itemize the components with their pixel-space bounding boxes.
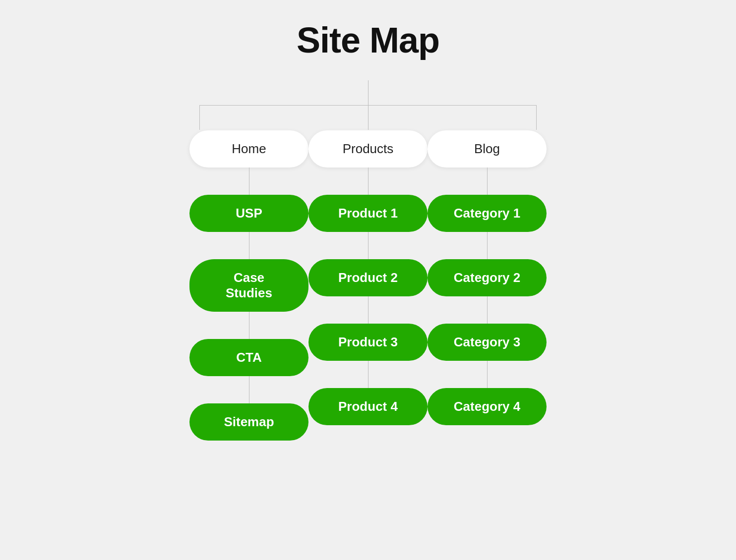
products-root-node[interactable]: Products bbox=[308, 130, 428, 168]
home-connector-2 bbox=[249, 232, 249, 259]
products-connector-4 bbox=[368, 361, 368, 388]
column-blog: Blog Category 1 Category 2 Category 3 bbox=[428, 130, 547, 441]
blog-child-2[interactable]: Category 2 bbox=[428, 259, 547, 296]
products-connector-2 bbox=[368, 232, 368, 259]
blog-connector-2 bbox=[487, 232, 488, 259]
blog-child-4[interactable]: Category 4 bbox=[428, 388, 547, 425]
products-connector-3 bbox=[368, 296, 368, 324]
products-child-1[interactable]: Product 1 bbox=[308, 195, 428, 232]
blog-connector-1 bbox=[487, 168, 488, 195]
blog-connector-4 bbox=[487, 361, 488, 388]
sitemap-container: Site Map Home bbox=[70, 20, 666, 441]
products-child-4[interactable]: Product 4 bbox=[308, 388, 428, 425]
root-top-line bbox=[368, 80, 368, 105]
sitemap-tree: Home USP Case Studies CTA bbox=[70, 80, 666, 441]
columns-row: Home USP Case Studies CTA bbox=[199, 130, 537, 441]
blog-connector-3 bbox=[487, 296, 488, 324]
page-title: Site Map bbox=[70, 20, 666, 60]
column-products: Products Product 1 Product 2 Product 3 bbox=[308, 130, 428, 441]
home-child-3[interactable]: CTA bbox=[189, 339, 308, 376]
products-child-3[interactable]: Product 3 bbox=[308, 324, 428, 361]
home-connector-1 bbox=[249, 168, 249, 195]
home-child-4[interactable]: Sitemap bbox=[189, 403, 308, 441]
home-connector-3 bbox=[249, 312, 249, 339]
blog-root-node[interactable]: Blog bbox=[428, 130, 547, 168]
products-connector-1 bbox=[368, 168, 368, 195]
blog-child-3[interactable]: Category 3 bbox=[428, 324, 547, 361]
home-child-2[interactable]: Case Studies bbox=[189, 259, 308, 312]
home-root-node[interactable]: Home bbox=[189, 130, 308, 168]
horizontal-bar bbox=[199, 105, 537, 106]
column-home: Home USP Case Studies CTA bbox=[189, 130, 308, 441]
blog-child-1[interactable]: Category 1 bbox=[428, 195, 547, 232]
products-child-2[interactable]: Product 2 bbox=[308, 259, 428, 296]
home-child-1[interactable]: USP bbox=[189, 195, 308, 232]
home-connector-4 bbox=[249, 376, 249, 403]
